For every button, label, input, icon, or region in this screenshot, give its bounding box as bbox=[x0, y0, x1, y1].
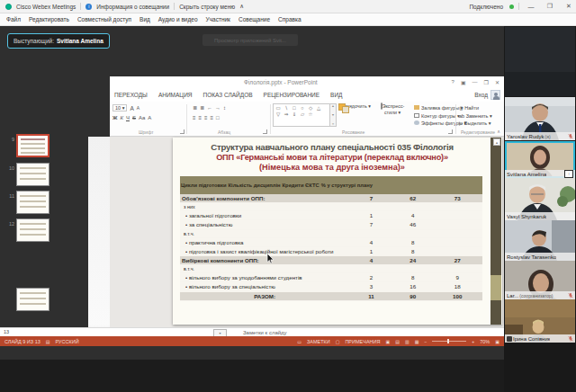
account-avatar-icon[interactable] bbox=[490, 90, 500, 100]
find-button[interactable]: ◎ Найти bbox=[459, 104, 492, 112]
notes-toggle[interactable]: ЗАМЕТКИ bbox=[307, 339, 330, 344]
powerpoint-titlebar[interactable]: Філологія.pptx - PowerPoint ? ▣ — ❐ ✕ bbox=[110, 76, 504, 88]
tab-transitions[interactable]: ПЕРЕХОДЫ bbox=[114, 92, 148, 98]
menu-item[interactable]: Редактировать bbox=[29, 16, 69, 22]
quick-styles-button[interactable]: Экспресс- стили ▾ bbox=[374, 103, 410, 115]
video-tile-active-speaker[interactable]: Svitlana Amelina ↑ bbox=[505, 141, 575, 178]
collapse-ribbon-icon[interactable]: ∧ bbox=[497, 129, 500, 134]
zoom-out-icon[interactable]: − bbox=[424, 339, 427, 344]
slide-thumbnail[interactable] bbox=[16, 218, 50, 242]
columns-button[interactable]: □ bbox=[216, 115, 220, 120]
tab-review[interactable]: РЕЦЕНЗИРОВАНИЕ bbox=[264, 92, 320, 98]
bullets-button[interactable]: ≣ bbox=[193, 104, 197, 111]
strikethrough-button[interactable]: S bbox=[132, 115, 136, 120]
help-button[interactable]: ? bbox=[452, 79, 454, 85]
shape-icon[interactable]: ▽ bbox=[274, 111, 282, 117]
slide-thumbnail[interactable] bbox=[16, 288, 50, 311]
restore-button[interactable]: ❐ bbox=[543, 3, 557, 10]
normal-view-icon[interactable]: ▣ bbox=[385, 339, 390, 344]
zoom-level[interactable]: 70% bbox=[480, 339, 490, 344]
ppt-restore-button[interactable]: ❐ bbox=[484, 79, 489, 85]
select-button[interactable]: ▷ Выделить ▾ bbox=[459, 120, 492, 128]
menu-item[interactable]: Аудио и видео bbox=[158, 16, 198, 22]
spellcheck-icon[interactable]: ▤ bbox=[46, 339, 50, 344]
line-spacing-button[interactable]: ↕ bbox=[223, 105, 226, 111]
shape-icon[interactable]: ▭ bbox=[274, 105, 282, 111]
decrease-indent-button[interactable]: ← bbox=[207, 105, 212, 111]
fit-to-window-icon[interactable]: ▣ bbox=[495, 339, 500, 344]
meeting-info-button[interactable]: Информация о совещании bbox=[96, 4, 169, 10]
tab-slideshow[interactable]: ПОКАЗ СЛАЙДОВ bbox=[203, 92, 253, 98]
shape-icon[interactable]: ⇒ bbox=[283, 111, 290, 117]
font-dialog-launcher-icon[interactable] bbox=[180, 129, 184, 134]
paragraph-dialog-launcher-icon[interactable] bbox=[263, 129, 267, 134]
view-applications-button[interactable]: Просмотр приложений Svit... bbox=[202, 34, 298, 46]
shape-icon[interactable]: □ bbox=[291, 105, 298, 111]
zoom-in-icon[interactable]: + bbox=[472, 339, 474, 344]
menu-item[interactable]: Файл bbox=[6, 16, 21, 22]
slide-thumbnail[interactable] bbox=[16, 191, 50, 214]
shape-icon[interactable]: ◇ bbox=[307, 105, 314, 111]
shape-icon[interactable]: ○ bbox=[299, 105, 306, 111]
drawing-dialog-launcher-icon[interactable] bbox=[448, 129, 453, 134]
video-tile[interactable]: Vasyl Shynkaruk bbox=[505, 178, 575, 220]
minimize-button[interactable]: — bbox=[524, 4, 538, 10]
font-size-dropdown[interactable]: 10 ▾ bbox=[112, 104, 127, 111]
shapes-gallery[interactable]: ▭∖□○◇△▽⇒⇓▱☆ bbox=[273, 103, 330, 127]
sign-in-button[interactable]: Вход bbox=[474, 92, 488, 98]
video-tile[interactable]: Yaroslav Rudyk (я) bbox=[505, 97, 575, 140]
justify-button[interactable]: ≡ bbox=[211, 115, 214, 120]
ppt-close-button[interactable]: ✕ bbox=[495, 79, 500, 85]
table-row: Обов'язкові компоненти ОПП: 7 62 73 bbox=[180, 194, 482, 203]
menu-item[interactable]: Справка bbox=[278, 16, 302, 22]
table-row: практична підготовка 4 8 bbox=[180, 238, 482, 247]
arrange-button[interactable]: Упорядочить ▾ bbox=[337, 103, 373, 110]
shrink-font-button[interactable]: А bbox=[137, 105, 140, 111]
tab-view[interactable]: ВИД bbox=[330, 92, 342, 98]
notes-placeholder[interactable]: Заметки к слайду bbox=[243, 330, 287, 335]
change-case-button[interactable]: Aa bbox=[139, 115, 145, 120]
video-tile[interactable]: Rostyslav Tarasenko bbox=[505, 220, 575, 261]
close-button[interactable]: ✕ bbox=[562, 3, 576, 10]
canvas-scroll-up-icon[interactable]: ▲ bbox=[493, 138, 500, 146]
shape-icon[interactable]: ▱ bbox=[299, 111, 306, 117]
video-tile[interactable]: Ірина Сопівник bbox=[505, 299, 575, 343]
font-color-button[interactable]: A bbox=[148, 115, 151, 120]
tab-animations[interactable]: АНИМАЦИЯ bbox=[158, 92, 193, 98]
zoom-slider[interactable] bbox=[432, 341, 466, 342]
reading-view-icon[interactable]: ▥ bbox=[405, 339, 410, 344]
shape-icon[interactable]: ☆ bbox=[307, 111, 314, 117]
italic-button[interactable]: К bbox=[120, 115, 123, 120]
comments-toggle[interactable]: ПРИМЕЧАНИЯ bbox=[345, 339, 380, 344]
slide-thumbnail[interactable] bbox=[16, 163, 50, 186]
menu-item[interactable]: Участник bbox=[206, 16, 230, 22]
align-left-button[interactable]: ≡ bbox=[193, 115, 196, 120]
bold-button[interactable]: Ж bbox=[112, 115, 117, 120]
shape-icon[interactable]: ⇓ bbox=[291, 111, 298, 117]
shapes-gallery-scrollbar[interactable]: ▲▼≡ bbox=[330, 103, 337, 127]
hide-menubar-caret-icon[interactable]: ∧ bbox=[239, 3, 244, 10]
shape-icon[interactable]: △ bbox=[315, 105, 322, 111]
zoom-slider-thumb[interactable] bbox=[447, 339, 449, 343]
underline-button[interactable]: Ч bbox=[126, 115, 130, 120]
menu-item[interactable]: Вид bbox=[140, 16, 150, 22]
menu-item[interactable]: Совещание bbox=[238, 16, 270, 22]
shape-icon[interactable]: ∖ bbox=[283, 105, 290, 111]
grow-font-button[interactable]: А bbox=[130, 105, 133, 111]
notes-row[interactable]: 13 ▾ Заметки к слайду bbox=[0, 327, 504, 336]
slideshow-view-icon[interactable]: ▦ bbox=[415, 339, 419, 344]
align-center-button[interactable]: ≡ bbox=[199, 115, 202, 120]
align-right-button[interactable]: ≡ bbox=[204, 115, 208, 120]
language-indicator[interactable]: РУССКИЙ bbox=[56, 339, 79, 344]
ppt-minimize-button[interactable]: — bbox=[472, 79, 478, 85]
replace-button[interactable]: ab Заменить ▾ bbox=[459, 112, 492, 120]
increase-indent-button[interactable]: → bbox=[215, 105, 220, 111]
menu-item[interactable]: Совместный доступ bbox=[77, 16, 131, 22]
slide-sorter-view-icon[interactable]: ▤ bbox=[395, 339, 400, 344]
numbering-button[interactable]: ≣ bbox=[200, 104, 204, 111]
hide-menubar-button[interactable]: Скрыть строку меню bbox=[179, 4, 235, 10]
video-tile-partial[interactable] bbox=[505, 27, 575, 96]
ribbon-options-button[interactable]: ▣ bbox=[461, 79, 466, 85]
video-tile[interactable]: Lar... (соорганизатор) bbox=[505, 261, 575, 299]
slide-thumbnail-selected[interactable] bbox=[16, 134, 50, 157]
